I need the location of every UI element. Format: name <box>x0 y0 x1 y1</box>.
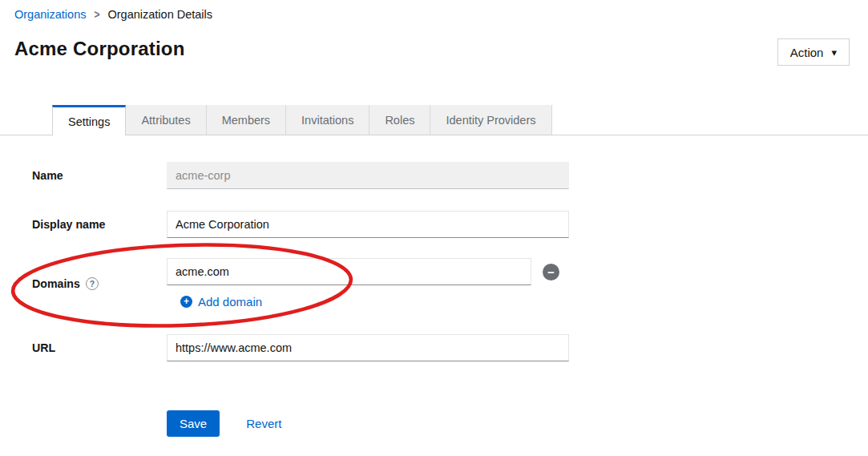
breadcrumb-separator-icon: > <box>94 8 99 22</box>
breadcrumb-link-organizations[interactable]: Organizations <box>14 8 86 21</box>
form-actions: Save Revert <box>32 410 593 437</box>
tab-roles[interactable]: Roles <box>369 105 430 135</box>
tab-bar: Settings Attributes Members Invitations … <box>0 105 868 135</box>
url-label: URL <box>32 334 167 361</box>
tab-identity-providers[interactable]: Identity Providers <box>430 105 551 135</box>
tab-invitations[interactable]: Invitations <box>286 105 369 135</box>
tab-members[interactable]: Members <box>207 105 286 135</box>
organization-details-page: Organizations > Organization Details Acm… <box>0 0 868 456</box>
action-dropdown-label: Action <box>790 46 824 59</box>
help-icon[interactable]: ? <box>86 277 99 290</box>
name-row: Name <box>32 162 593 189</box>
save-button[interactable]: Save <box>167 410 220 437</box>
domains-field: − + Add domain <box>167 258 559 309</box>
display-name-row: Display name <box>32 211 593 238</box>
url-input[interactable] <box>167 334 569 361</box>
url-row: URL <box>32 334 593 361</box>
revert-link[interactable]: Revert <box>246 417 281 430</box>
display-name-label: Display name <box>32 211 167 238</box>
breadcrumb-current-page: Organization Details <box>107 8 212 21</box>
add-domain-label: Add domain <box>198 295 262 309</box>
domains-label-text: Domains <box>32 277 80 290</box>
name-label: Name <box>32 162 167 189</box>
tab-settings[interactable]: Settings <box>52 105 126 135</box>
breadcrumb: Organizations > Organization Details <box>14 8 212 21</box>
minus-icon: − <box>547 264 555 280</box>
domain-entry: − <box>167 258 559 285</box>
page-title: Acme Corporation <box>14 38 185 60</box>
settings-form: Name Display name Domains ? − <box>32 162 593 437</box>
tab-attributes[interactable]: Attributes <box>126 105 206 135</box>
url-label-text: URL <box>32 341 55 354</box>
remove-domain-button[interactable]: − <box>543 264 559 280</box>
action-dropdown-button[interactable]: Action ▾ <box>777 38 850 66</box>
name-label-text: Name <box>32 169 63 182</box>
display-name-label-text: Display name <box>32 218 105 231</box>
plus-icon: + <box>180 296 192 308</box>
domains-row: Domains ? − + Add domain <box>32 258 593 309</box>
add-domain-link[interactable]: + Add domain <box>180 295 262 309</box>
name-input <box>167 162 569 189</box>
display-name-input[interactable] <box>167 211 569 238</box>
domains-label: Domains ? <box>32 258 167 309</box>
chevron-down-icon: ▾ <box>831 47 837 58</box>
domain-input[interactable] <box>167 258 531 285</box>
